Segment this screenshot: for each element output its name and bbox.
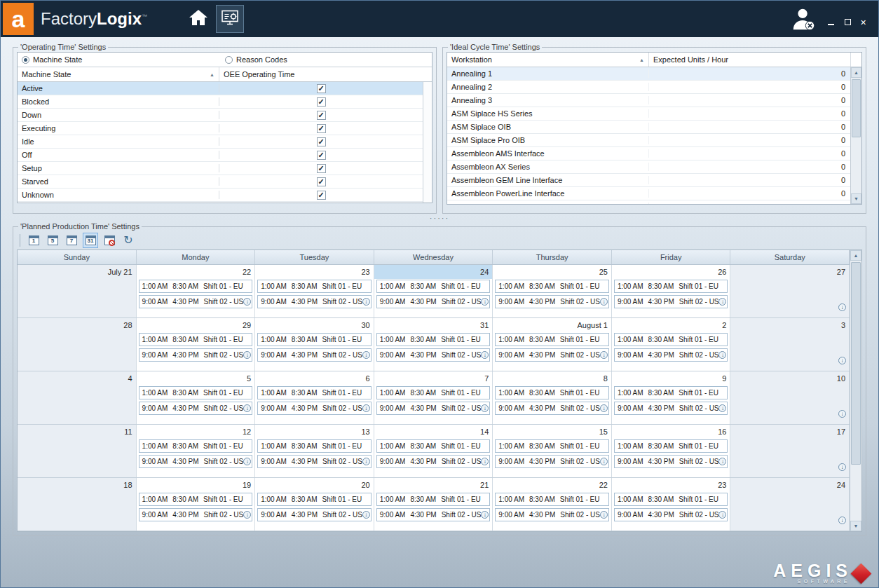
shift-entry-1[interactable]: 1:00 AM8:30 AMShift 01 - EU [139, 439, 253, 453]
machine-state-row[interactable]: Off✓ [18, 149, 423, 162]
workstation-row[interactable]: Assembly Station 10 [447, 200, 850, 204]
workstation-row[interactable]: Assembleon AMS Interface0 [447, 147, 850, 160]
shift-more-icon[interactable]: ↓ [243, 458, 251, 465]
shift-entry-1[interactable]: 1:00 AM8:30 AMShift 01 - EU [495, 493, 609, 506]
shift-entry-2[interactable]: 9:00 AM4:30 PMShift 02 - US↓ [495, 402, 609, 415]
calendar-day-cell[interactable]: 211:00 AM8:30 AMShift 01 - EU9:00 AM4:30… [374, 478, 493, 531]
calendar-day-cell[interactable]: 71:00 AM8:30 AMShift 01 - EU9:00 AM4:30 … [374, 371, 493, 424]
oee-checkbox[interactable]: ✓ [317, 97, 326, 107]
shift-entry-1[interactable]: 1:00 AM8:30 AMShift 01 - EU [495, 386, 609, 399]
shift-more-icon[interactable]: ↓ [718, 404, 726, 412]
more-shifts-icon[interactable]: ↓ [838, 517, 846, 524]
shift-more-icon[interactable]: ↓ [600, 298, 608, 306]
shift-entry-2[interactable]: 9:00 AM4:30 PMShift 02 - US↓ [257, 402, 372, 415]
machine-state-row[interactable]: Idle✓ [18, 135, 423, 149]
machine-state-row[interactable]: Unknown✓ [18, 189, 423, 202]
machine-state-row[interactable]: Starved✓ [18, 175, 423, 189]
shift-more-icon[interactable]: ↓ [362, 458, 370, 465]
calendar-day-cell[interactable]: 61:00 AM8:30 AMShift 01 - EU9:00 AM4:30 … [255, 371, 374, 424]
calendar-day-cell[interactable]: 10↓ [730, 371, 850, 424]
work-week-view-button[interactable]: 5 [45, 233, 60, 248]
calendar-day-cell[interactable]: July 21 [18, 265, 137, 317]
workstation-row[interactable]: Assembleon AX Series0 [447, 160, 850, 174]
machine-state-row[interactable]: Active✓ [18, 82, 423, 95]
workstation-column-header[interactable]: Workstation ▲ [447, 53, 649, 67]
shift-entry-1[interactable]: 1:00 AM8:30 AMShift 01 - EU [495, 333, 609, 346]
oee-checkbox[interactable]: ✓ [317, 137, 326, 146]
machine-state-row[interactable]: Executing✓ [18, 122, 423, 135]
day-of-week-header[interactable]: Monday [137, 250, 256, 264]
shift-entry-2[interactable]: 9:00 AM4:30 PMShift 02 - US↓ [139, 402, 253, 415]
calendar-day-cell[interactable]: 261:00 AM8:30 AMShift 01 - EU9:00 AM4:30… [612, 265, 731, 317]
shift-more-icon[interactable]: ↓ [362, 298, 370, 306]
calendar-day-cell[interactable]: 231:00 AM8:30 AMShift 01 - EU9:00 AM4:30… [612, 478, 731, 531]
oee-checkbox[interactable]: ✓ [317, 84, 326, 93]
workstation-row[interactable]: Annealing 30 [447, 94, 850, 107]
calendar-vertical-scrollbar[interactable]: ▲ ▼ [850, 250, 861, 531]
reason-codes-radio[interactable]: Reason Codes [225, 55, 287, 64]
shift-entry-2[interactable]: 9:00 AM4:30 PMShift 02 - US↓ [257, 508, 372, 521]
machine-state-row[interactable]: Blocked✓ [18, 95, 423, 109]
calendar-day-cell[interactable]: 21:00 AM8:30 AMShift 01 - EU9:00 AM4:30 … [612, 318, 731, 371]
calendar-day-cell[interactable]: 3↓ [730, 318, 850, 371]
user-logout-button[interactable] [790, 6, 817, 32]
shift-entry-2[interactable]: 9:00 AM4:30 PMShift 02 - US↓ [495, 348, 609, 362]
shift-entry-1[interactable]: 1:00 AM8:30 AMShift 01 - EU [139, 386, 253, 399]
calendar-day-cell[interactable]: 81:00 AM8:30 AMShift 01 - EU9:00 AM4:30 … [493, 371, 612, 424]
day-of-week-header[interactable]: Saturday [730, 250, 850, 264]
calendar-day-cell[interactable]: 161:00 AM8:30 AMShift 01 - EU9:00 AM4:30… [612, 425, 731, 477]
oee-checkbox[interactable]: ✓ [317, 124, 326, 133]
shift-entry-2[interactable]: 9:00 AM4:30 PMShift 02 - US↓ [495, 295, 609, 308]
scroll-down-icon[interactable]: ▼ [850, 521, 861, 531]
machine-state-radio[interactable]: Machine State [22, 55, 225, 64]
calendar-day-cell[interactable]: 291:00 AM8:30 AMShift 01 - EU9:00 AM4:30… [137, 318, 256, 371]
scroll-down-icon[interactable]: ▼ [851, 193, 861, 204]
shift-entry-1[interactable]: 1:00 AM8:30 AMShift 01 - EU [376, 439, 491, 453]
shift-entry-1[interactable]: 1:00 AM8:30 AMShift 01 - EU [257, 493, 372, 506]
shift-more-icon[interactable]: ↓ [481, 404, 489, 412]
week-view-button[interactable]: 7 [64, 233, 79, 248]
machine-state-row[interactable]: Down✓ [18, 109, 423, 122]
shift-entry-1[interactable]: 1:00 AM8:30 AMShift 01 - EU [495, 439, 609, 453]
shift-entry-2[interactable]: 9:00 AM4:30 PMShift 02 - US↓ [614, 348, 728, 362]
calendar-day-cell[interactable]: August 11:00 AM8:30 AMShift 01 - EU9:00 … [493, 318, 612, 371]
shift-entry-1[interactable]: 1:00 AM8:30 AMShift 01 - EU [614, 333, 728, 346]
shift-entry-1[interactable]: 1:00 AM8:30 AMShift 01 - EU [376, 493, 491, 506]
workstation-row[interactable]: Assembleon PowerLine Interface0 [447, 187, 850, 200]
shift-more-icon[interactable]: ↓ [600, 351, 608, 359]
shift-entry-1[interactable]: 1:00 AM8:30 AMShift 01 - EU [614, 280, 728, 293]
calendar-day-cell[interactable]: 27↓ [730, 265, 850, 317]
oee-settings-button[interactable] [216, 5, 244, 33]
scrollbar-thumb[interactable] [851, 262, 861, 465]
calendar-day-cell[interactable]: 131:00 AM8:30 AMShift 01 - EU9:00 AM4:30… [255, 425, 374, 477]
oee-checkbox[interactable]: ✓ [317, 111, 326, 120]
day-of-week-header[interactable]: Thursday [493, 250, 612, 264]
workstation-row[interactable]: ASM Siplace HS Series0 [447, 107, 850, 121]
shift-more-icon[interactable]: ↓ [243, 511, 251, 519]
calendar-day-cell[interactable]: 151:00 AM8:30 AMShift 01 - EU9:00 AM4:30… [493, 425, 612, 477]
calendar-day-cell[interactable]: 301:00 AM8:30 AMShift 01 - EU9:00 AM4:30… [255, 318, 374, 371]
oee-checkbox[interactable]: ✓ [317, 164, 326, 173]
shift-entry-2[interactable]: 9:00 AM4:30 PMShift 02 - US↓ [139, 455, 253, 468]
day-of-week-header[interactable]: Wednesday [374, 250, 493, 264]
oee-checkbox[interactable]: ✓ [317, 151, 326, 160]
shift-entry-2[interactable]: 9:00 AM4:30 PMShift 02 - US↓ [376, 295, 491, 308]
shift-entry-1[interactable]: 1:00 AM8:30 AMShift 01 - EU [257, 280, 372, 293]
shift-entry-2[interactable]: 9:00 AM4:30 PMShift 02 - US↓ [614, 295, 728, 308]
shift-more-icon[interactable]: ↓ [600, 458, 608, 465]
shift-entry-1[interactable]: 1:00 AM8:30 AMShift 01 - EU [614, 493, 728, 506]
scrollbar-track[interactable] [850, 261, 861, 521]
scroll-up-icon[interactable]: ▲ [851, 67, 861, 78]
calendar-day-cell[interactable]: 231:00 AM8:30 AMShift 01 - EU9:00 AM4:30… [255, 265, 374, 317]
maximize-icon[interactable] [843, 18, 853, 27]
day-of-week-header[interactable]: Tuesday [255, 250, 374, 264]
calendar-day-cell[interactable]: 28 [18, 318, 137, 371]
exceptions-button[interactable] [102, 233, 117, 248]
calendar-day-cell[interactable]: 18 [18, 478, 137, 531]
vertical-scrollbar[interactable]: ▲ ▼ [850, 67, 861, 204]
day-of-week-header[interactable]: Sunday [18, 250, 137, 264]
scroll-up-icon[interactable]: ▲ [850, 250, 861, 261]
shift-more-icon[interactable]: ↓ [718, 351, 726, 359]
shift-entry-2[interactable]: 9:00 AM4:30 PMShift 02 - US↓ [139, 295, 253, 308]
shift-entry-2[interactable]: 9:00 AM4:30 PMShift 02 - US↓ [139, 508, 253, 521]
